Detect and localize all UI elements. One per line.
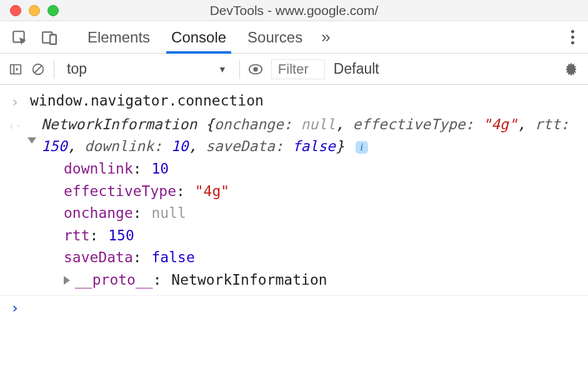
log-level-select[interactable]: Default: [334, 61, 379, 77]
console-settings-icon[interactable]: [563, 61, 579, 77]
object-properties: downlink: 10 effectiveType: "4g" onchang…: [30, 158, 581, 269]
svg-rect-2: [50, 34, 56, 44]
prop-downlink[interactable]: downlink: 10: [64, 158, 581, 180]
inspect-tools: [0, 21, 69, 53]
expander-right-icon[interactable]: [64, 276, 70, 285]
tabs-right: [571, 21, 588, 53]
tab-elements[interactable]: Elements: [87, 21, 150, 53]
info-icon[interactable]: i: [356, 141, 368, 154]
console-input-row: › window.navigator.connection: [0, 90, 588, 114]
prop-savedata[interactable]: saveData: false: [64, 247, 581, 269]
device-toolbar-icon[interactable]: [41, 29, 57, 46]
clear-console-icon[interactable]: [31, 62, 45, 76]
main-tabs-row: Elements Console Sources »: [0, 21, 588, 54]
console-body: › window.navigator.connection ‹· Network…: [0, 85, 588, 319]
svg-point-9: [253, 67, 257, 71]
live-expression-icon[interactable]: [249, 62, 262, 76]
input-marker-icon: ›: [0, 90, 30, 114]
execution-context-value: top: [67, 61, 87, 77]
window-title: DevTools - www.google.com/: [0, 3, 588, 18]
prop-effectivetype[interactable]: effectiveType: "4g": [64, 180, 581, 203]
tabs-overflow-icon[interactable]: »: [321, 21, 330, 53]
svg-rect-4: [11, 64, 21, 74]
execution-context-select[interactable]: top ▼: [63, 61, 231, 77]
divider: [54, 60, 54, 79]
console-toolbar: top ▼ Default: [0, 54, 588, 85]
console-command[interactable]: window.navigator.connection: [30, 90, 588, 112]
console-prompt-row[interactable]: ›: [0, 296, 588, 320]
filter-input[interactable]: [271, 59, 325, 79]
console-output[interactable]: NetworkInformation {onchange: null, effe…: [30, 114, 588, 292]
prop-rtt[interactable]: rtt: 150: [64, 225, 581, 247]
prop-proto[interactable]: __proto__: NetworkInformation: [30, 269, 581, 292]
svg-marker-6: [16, 67, 19, 71]
prop-onchange[interactable]: onchange: null: [64, 202, 581, 225]
tab-console[interactable]: Console: [171, 21, 226, 53]
chevron-down-icon: ▼: [218, 64, 227, 74]
titlebar: DevTools - www.google.com/: [0, 0, 588, 21]
prompt-marker-icon: ›: [0, 296, 30, 320]
console-sidebar-toggle-icon[interactable]: [9, 62, 22, 76]
svg-line-8: [35, 66, 42, 72]
object-summary[interactable]: NetworkInformation {onchange: null, effe…: [30, 114, 581, 158]
output-marker-icon: ‹·: [0, 114, 30, 135]
tab-sources[interactable]: Sources: [247, 21, 302, 53]
main-tabs: Elements Console Sources: [87, 21, 302, 53]
expander-down-icon[interactable]: [27, 137, 36, 144]
object-class-name: NetworkInformation: [41, 116, 197, 132]
inspect-element-icon[interactable]: [11, 29, 27, 46]
console-output-row: ‹· NetworkInformation {onchange: null, e…: [0, 114, 588, 292]
more-menu-icon[interactable]: [571, 30, 574, 44]
divider: [239, 60, 240, 79]
